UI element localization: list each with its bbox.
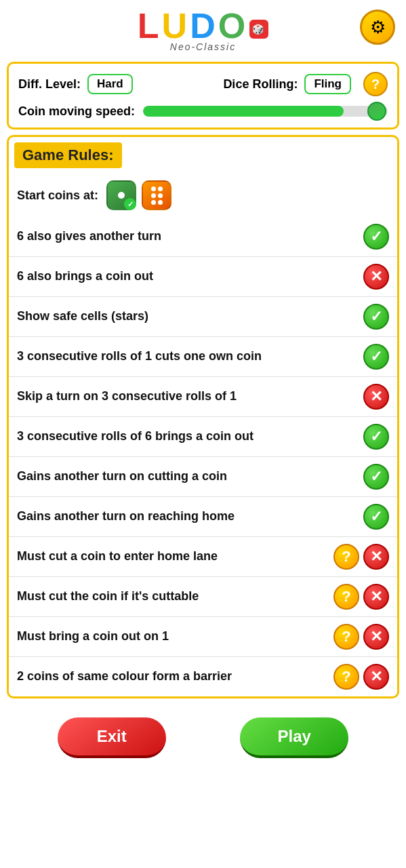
slider-track [143, 106, 388, 117]
start-coins-label: Start coins at: [17, 189, 98, 203]
rule-text-six-brings-coin: 6 also brings a coin out [17, 269, 363, 284]
speed-label: Coin moving speed: [18, 104, 135, 119]
question-icon[interactable]: ? [333, 664, 359, 690]
header: LUDO🎲 Neo-Classic ⚙ [0, 0, 406, 58]
diff-value[interactable]: Hard [87, 74, 133, 94]
check-icon[interactable]: ✓ [363, 424, 389, 450]
rule-icons-safe-cells: ✓ [363, 304, 389, 330]
play-button[interactable]: Play [240, 717, 348, 758]
dice-1-button[interactable]: ✓ [106, 180, 136, 210]
logo-letter-O: O [218, 6, 248, 45]
dice-rolling-value[interactable]: Fling [304, 74, 351, 94]
rule-row-must-cut-home-lane: Must cut a coin to enter home lane?✕ [9, 536, 397, 576]
rule-icons-must-bring-out-1: ?✕ [333, 624, 389, 650]
rule-icons-must-cut-home-lane: ?✕ [333, 544, 389, 570]
rule-text-six-gives-turn: 6 also gives another turn [17, 229, 363, 244]
rule-row-gain-turn-cut: Gains another turn on cutting a coin✓ [9, 456, 397, 496]
rule-text-three-ones-cut: 3 consecutive rolls of 1 cuts one own co… [17, 349, 363, 364]
check-icon[interactable]: ✓ [363, 504, 389, 530]
logo-text: LUDO🎲 [138, 8, 268, 44]
rule-text-must-cut-cuttable: Must cut the coin if it's cuttable [17, 589, 333, 604]
dot [151, 186, 156, 191]
rule-icons-skip-turn: ✕ [363, 384, 389, 410]
rule-text-skip-turn: Skip a turn on 3 consecutive rolls of 1 [17, 389, 363, 404]
dot [158, 193, 163, 198]
rule-row-safe-cells: Show safe cells (stars)✓ [9, 296, 397, 336]
speed-row: Coin moving speed: [18, 103, 388, 119]
rule-text-must-cut-home-lane: Must cut a coin to enter home lane [17, 549, 333, 564]
rule-row-barrier: 2 coins of same colour form a barrier?✕ [9, 656, 397, 696]
rule-row-six-brings-coin: 6 also brings a coin out✕ [9, 256, 397, 296]
rule-icons-barrier: ?✕ [333, 664, 389, 690]
logo-letter-L: L [138, 6, 162, 45]
rule-row-must-bring-out-1: Must bring a coin out on 1?✕ [9, 616, 397, 656]
slider-fill [143, 106, 344, 117]
check-icon[interactable]: ✓ [363, 344, 389, 370]
logo-letter-U: U [162, 6, 190, 45]
logo: LUDO🎲 Neo-Classic [138, 8, 268, 52]
dot [151, 193, 156, 198]
rule-icons-six-brings-coin: ✕ [363, 264, 389, 290]
rule-icons-six-gives-turn: ✓ [363, 224, 389, 250]
dice-rolling-label: Dice Rolling: [223, 77, 298, 92]
check-overlay: ✓ [124, 198, 136, 210]
game-rules-title: Game Rules: [14, 142, 122, 168]
logo-dice-icon: 🎲 [249, 20, 268, 39]
diff-label: Diff. Level: [18, 77, 81, 92]
check-icon[interactable]: ✓ [363, 224, 389, 250]
settings-panel: Diff. Level: Hard Dice Rolling: Fling ? … [7, 62, 399, 130]
cross-icon[interactable]: ✕ [363, 384, 389, 410]
help-button[interactable]: ? [363, 72, 388, 96]
exit-button[interactable]: Exit [58, 717, 166, 758]
dot [158, 200, 163, 205]
start-coins-row: Start coins at: ✓ [9, 174, 397, 217]
question-icon[interactable]: ? [333, 544, 359, 570]
cross-icon[interactable]: ✕ [363, 264, 389, 290]
dot [151, 200, 156, 205]
game-rules-section: Game Rules: Start coins at: ✓ 6 also giv… [7, 135, 399, 698]
rule-text-must-bring-out-1: Must bring a coin out on 1 [17, 629, 333, 644]
slider-thumb[interactable] [367, 102, 386, 121]
question-icon: ? [371, 77, 380, 92]
rule-row-six-gives-turn: 6 also gives another turn✓ [9, 217, 397, 256]
logo-letter-D: D [190, 6, 218, 45]
gear-icon: ⚙ [370, 17, 386, 38]
rule-icons-three-sixes: ✓ [363, 424, 389, 450]
dice-6-dots [148, 184, 165, 208]
settings-button[interactable]: ⚙ [360, 9, 395, 45]
rule-icons-three-ones-cut: ✓ [363, 344, 389, 370]
rule-text-safe-cells: Show safe cells (stars) [17, 309, 363, 324]
cross-icon[interactable]: ✕ [363, 584, 389, 610]
game-rules-header-container: Game Rules: [9, 137, 397, 174]
cross-icon[interactable]: ✕ [363, 624, 389, 650]
rules-list: 6 also gives another turn✓6 also brings … [9, 217, 397, 696]
rule-icons-must-cut-cuttable: ?✕ [333, 584, 389, 610]
rule-row-gain-turn-home: Gains another turn on reaching home✓ [9, 496, 397, 536]
footer: Exit Play [0, 704, 406, 772]
diff-row: Diff. Level: Hard Dice Rolling: Fling ? [18, 72, 388, 96]
rule-text-gain-turn-cut: Gains another turn on cutting a coin [17, 469, 363, 484]
cross-icon[interactable]: ✕ [363, 544, 389, 570]
question-icon[interactable]: ? [333, 584, 359, 610]
rule-icons-gain-turn-home: ✓ [363, 504, 389, 530]
rule-row-three-ones-cut: 3 consecutive rolls of 1 cuts one own co… [9, 336, 397, 376]
question-icon[interactable]: ? [333, 624, 359, 650]
rule-row-skip-turn: Skip a turn on 3 consecutive rolls of 1✕ [9, 376, 397, 416]
cross-icon[interactable]: ✕ [363, 664, 389, 690]
dot [158, 186, 163, 191]
dice-dot [118, 192, 125, 199]
dice-6-button[interactable] [142, 180, 171, 210]
check-icon[interactable]: ✓ [363, 464, 389, 490]
rule-row-must-cut-cuttable: Must cut the coin if it's cuttable?✕ [9, 576, 397, 616]
speed-slider[interactable] [143, 103, 388, 119]
rule-icons-gain-turn-cut: ✓ [363, 464, 389, 490]
rule-text-barrier: 2 coins of same colour form a barrier [17, 669, 333, 684]
rule-row-three-sixes: 3 consecutive rolls of 6 brings a coin o… [9, 416, 397, 456]
rule-text-gain-turn-home: Gains another turn on reaching home [17, 509, 363, 524]
check-icon[interactable]: ✓ [363, 304, 389, 330]
rule-text-three-sixes: 3 consecutive rolls of 6 brings a coin o… [17, 429, 363, 444]
logo-subtitle: Neo-Classic [170, 41, 236, 52]
